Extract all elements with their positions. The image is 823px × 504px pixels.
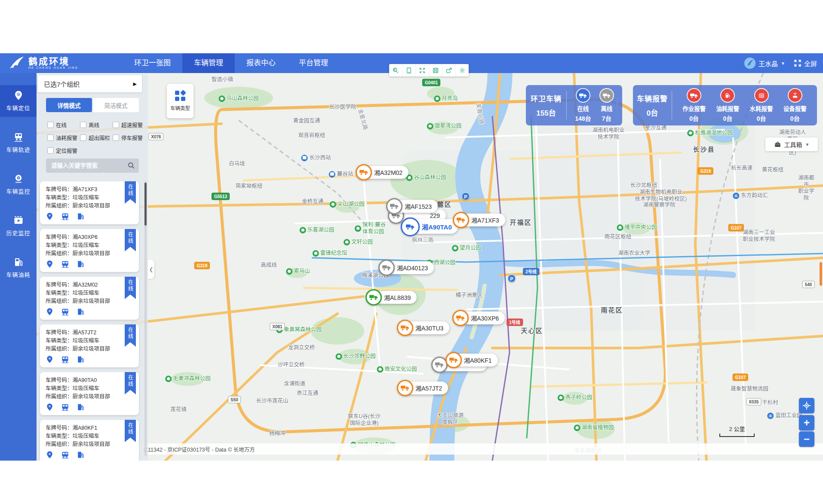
filter-停车报警[interactable]: 停车报警: [113, 134, 145, 142]
map-marker-湘AL8839[interactable]: 湘AL8839: [368, 291, 417, 304]
logo-subtitle: HE CHENG HUAN JING: [28, 66, 78, 69]
export-icon: [445, 67, 452, 74]
vehicle-card-湘A71XF3[interactable]: 车牌号码：湘A71XF3车辆类型：垃圾压缩车所属组织：厨余垃圾项目部在线: [40, 181, 139, 224]
toolbar-settings-icon[interactable]: [456, 64, 469, 76]
mode-tab-详情模式[interactable]: 详情模式: [46, 98, 92, 112]
vehicle-card-湘A32M02[interactable]: 车牌号码：湘A32M02车辆类型：垃圾压缩车所属组织：厨余垃圾项目部在线: [40, 277, 139, 320]
vehicle-type-button[interactable]: 车辆类型: [167, 84, 193, 118]
fuel-vehicle-button[interactable]: [77, 212, 85, 222]
nav-tab-环卫一张图[interactable]: 环卫一张图: [123, 53, 182, 73]
checkbox-icon[interactable]: [80, 122, 86, 128]
vehicle-card-湘A57JT2[interactable]: 车牌号码：湘A57JT2车辆类型：垃圾压缩车所属组织：厨余垃圾项目部在线: [40, 324, 139, 367]
map-label: ♣银星湾公园: [427, 123, 462, 130]
toolbox-icon: [774, 141, 781, 148]
location-pin-icon: [46, 260, 54, 268]
panel-scrollbar-thumb[interactable]: [144, 183, 147, 226]
panel-collapse-button[interactable]: ❮: [148, 260, 154, 279]
track-vehicle-button[interactable]: [61, 403, 69, 413]
locate-vehicle-button[interactable]: [46, 451, 54, 461]
nav-tab-报表中心[interactable]: 报表中心: [235, 53, 287, 73]
map-marker-湘AF1523[interactable]: 湘AF1523: [388, 200, 438, 213]
fuel-vehicle-button[interactable]: [77, 355, 85, 365]
checkbox-icon[interactable]: [47, 134, 54, 141]
map-marker-湘A90TA0[interactable]: 湘A90TA0: [403, 219, 458, 234]
metro-station-icon: M: [301, 155, 307, 162]
sidebar-item-车辆油耗[interactable]: 车辆油耗: [0, 252, 37, 284]
nav-tab-平台管理[interactable]: 平台管理: [287, 53, 340, 73]
nav-tab-车辆管理[interactable]: 车辆管理: [182, 53, 235, 73]
sidebar-item-车辆定位[interactable]: 车辆定位: [0, 85, 37, 117]
mode-tab-简洁模式[interactable]: 简洁模式: [93, 98, 139, 112]
map-marker-湘A32M02[interactable]: 湘A32M02: [358, 166, 408, 179]
map-marker-湘A57JT2[interactable]: 湘A57JT2: [399, 382, 448, 394]
toolbar-expand-icon[interactable]: [416, 64, 429, 76]
toolbar-export-icon[interactable]: [442, 64, 456, 76]
locate-vehicle-button[interactable]: [46, 355, 54, 365]
checkbox-icon[interactable]: [80, 134, 86, 141]
locate-vehicle-button[interactable]: [46, 212, 54, 222]
filter-油耗报警[interactable]: 油耗报警: [47, 134, 80, 142]
bus-icon: [61, 212, 69, 220]
fuel-vehicle-button[interactable]: [77, 308, 85, 318]
map-canvas[interactable]: 智造小镇♣乌山森林公园长沙医学院黄金园互通♣月亮岛♣银星湾公园观音岩枢纽金星北路…: [37, 73, 823, 461]
filter-在线[interactable]: 在线: [47, 121, 80, 129]
truck-icon: [401, 325, 409, 331]
map-marker-湘A80KF1[interactable]: 湘A80KF1: [448, 354, 498, 367]
checkbox-icon[interactable]: [47, 147, 54, 154]
brand-logo: 鹤成环境 HE CHENG HUAN JING: [9, 55, 78, 71]
filter-离线[interactable]: 离线: [80, 121, 113, 129]
park-icon: ♣: [330, 202, 336, 208]
org-selector[interactable]: 已选7个组织 ▶: [38, 75, 142, 92]
park-icon: ♣: [218, 96, 225, 102]
search-input[interactable]: [46, 159, 139, 173]
road-shield: 2号线: [523, 268, 539, 275]
vehicle-card-湘A30XP6[interactable]: 车牌号码：湘A30XP6车辆类型：垃圾压缩车所属组织：厨余垃圾项目部在线: [40, 229, 139, 272]
checkbox-icon[interactable]: [47, 122, 54, 128]
search-icon[interactable]: [127, 162, 135, 169]
map-marker-湘AD40123[interactable]: 湘AD40123: [381, 261, 434, 274]
map-label: 湖南都市 职业学院: [798, 175, 815, 202]
track-vehicle-button[interactable]: [61, 212, 69, 222]
checkbox-icon[interactable]: [113, 122, 119, 128]
locate-button[interactable]: [799, 398, 814, 413]
fuel-vehicle-button[interactable]: [77, 451, 85, 461]
search-box: [46, 159, 139, 173]
vehicle-list: 车牌号码：湘A71XF3车辆类型：垃圾压缩车所属组织：厨余垃圾项目部在线车牌号码…: [40, 181, 145, 461]
zoom-in-button[interactable]: +: [799, 415, 814, 431]
road-shield: G107: [733, 374, 748, 381]
track-vehicle-button[interactable]: [61, 260, 69, 270]
toolbar-tablet-icon[interactable]: [402, 64, 416, 76]
map-right-scrollbar[interactable]: [820, 262, 822, 286]
fuel-vehicle-button[interactable]: [77, 403, 85, 413]
locate-vehicle-button[interactable]: [46, 308, 54, 318]
marker-plate-label: 湘AF1523: [405, 202, 432, 211]
user-menu[interactable]: 王水晶 ▼: [744, 58, 785, 69]
vehicle-card-湘A90TA0[interactable]: 车牌号码：湘A90TA0车辆类型：垃圾压缩车所属组织：厨余垃圾项目部在线: [40, 372, 139, 415]
filter-定位报警[interactable]: 定位报警: [47, 147, 80, 155]
map-marker-湘A30XP6[interactable]: 湘A30XP6: [454, 312, 505, 324]
track-vehicle-button[interactable]: [61, 451, 69, 461]
truck-icon: [457, 217, 465, 223]
fullscreen-button[interactable]: 全屏: [794, 59, 817, 68]
sidebar-item-历史监控[interactable]: 历史监控: [0, 210, 37, 242]
map-marker-湘A30TU3[interactable]: 湘A30TU3: [399, 321, 449, 334]
location-pin-icon: [46, 451, 54, 459]
sidebar-item-车辆轨迹[interactable]: 车辆轨迹: [0, 127, 37, 159]
locate-vehicle-button[interactable]: [46, 260, 54, 270]
track-vehicle-button[interactable]: [61, 308, 69, 318]
toolbox-button[interactable]: 工具箱 ▼: [765, 137, 818, 151]
filter-超速报警[interactable]: 超速报警: [113, 121, 145, 129]
zoom-out-button[interactable]: −: [799, 431, 814, 447]
sidebar-item-车辆监控[interactable]: 车辆监控: [0, 168, 37, 200]
map-marker-湘A71XF3[interactable]: 湘A71XF3: [455, 214, 505, 226]
map-label: 长沙医学院: [329, 104, 356, 111]
track-vehicle-button[interactable]: [61, 355, 69, 365]
fuel-vehicle-button[interactable]: [77, 260, 85, 270]
locate-vehicle-button[interactable]: [46, 403, 54, 413]
filter-超出围栏[interactable]: 超出围栏: [80, 134, 113, 142]
toolbar-save-icon[interactable]: [429, 64, 442, 76]
toolbar-zoom-search-icon[interactable]: [389, 64, 402, 76]
vehicle-card-湘A80KF1[interactable]: 车牌号码：湘A80KF1车辆类型：垃圾压缩车所属组织：厨余垃圾项目部在线: [40, 420, 139, 461]
toolbox-label: 工具箱: [784, 140, 802, 149]
checkbox-icon[interactable]: [113, 134, 119, 141]
